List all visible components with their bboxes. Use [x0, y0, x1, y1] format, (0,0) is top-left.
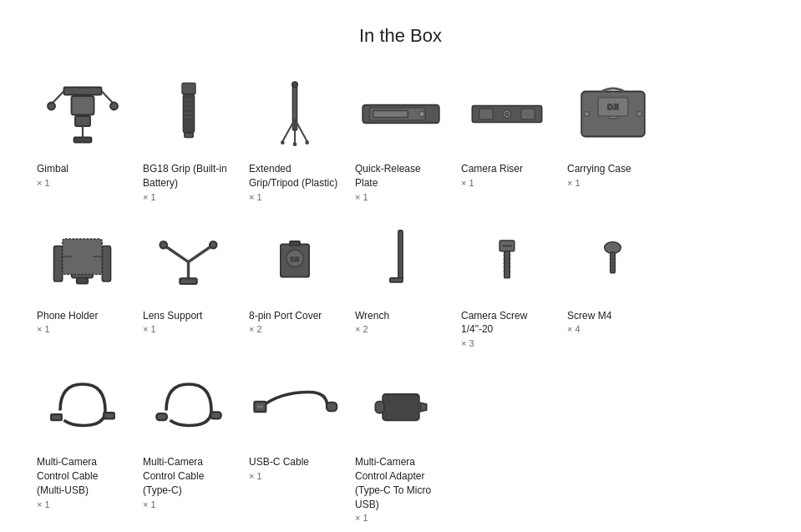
svg-rect-38	[584, 111, 588, 115]
svg-rect-5	[71, 96, 94, 115]
svg-rect-79	[256, 405, 264, 409]
item-qty-gimbal: × 1	[37, 178, 50, 188]
svg-rect-81	[383, 393, 419, 420]
item-spacer3	[458, 365, 555, 523]
item-image-bg18-grip	[143, 72, 234, 155]
item-image-cable-type-c	[143, 365, 234, 448]
item-qty-cable-type-c: × 1	[143, 499, 156, 509]
item-spacer1	[670, 72, 768, 202]
svg-rect-8	[74, 138, 91, 143]
item-spacer2	[670, 219, 768, 349]
svg-point-22	[281, 141, 283, 144]
item-image-usb-c-cable	[249, 365, 340, 448]
svg-rect-46	[77, 278, 89, 284]
svg-rect-6	[75, 116, 90, 126]
item-name-phone-holder: Phone Holder	[37, 309, 98, 323]
item-qty-wrench: × 2	[355, 324, 368, 334]
item-name-quick-release-plate: Quick-Release Plate	[355, 162, 446, 190]
item-qty-camera-screw: × 3	[461, 338, 474, 348]
item-image-wrench	[355, 219, 446, 302]
svg-point-50	[160, 241, 168, 249]
svg-point-27	[418, 111, 424, 117]
svg-line-49	[189, 246, 211, 262]
svg-text:DJI: DJI	[290, 256, 298, 261]
item-adapter: Multi-Camera Control Adapter (Type-C To …	[352, 365, 449, 523]
item-name-usb-c-cable: USB-C Cable	[249, 455, 309, 469]
item-name-cable-type-c: Multi-Camera Control Cable (Type-C)	[143, 455, 234, 497]
item-qty-phone-holder: × 1	[37, 324, 50, 334]
svg-rect-16	[184, 133, 193, 137]
item-spacer5	[670, 365, 768, 523]
page-container: In the Box	[0, 0, 801, 532]
item-image-extended-grip	[249, 72, 340, 155]
svg-point-51	[210, 241, 217, 249]
item-usb-c-cable: USB-C Cable × 1	[246, 365, 343, 523]
svg-rect-74	[51, 414, 62, 420]
item-qty-bg18-grip: × 1	[143, 192, 156, 202]
item-qty-cable-multi-usb: × 1	[37, 499, 50, 509]
item-name-camera-riser: Camera Riser	[461, 162, 523, 176]
item-image-8pin-cover: DJI	[249, 219, 340, 302]
item-image-lens-support	[143, 219, 234, 302]
item-name-adapter: Multi-Camera Control Adapter (Type-C To …	[355, 455, 446, 511]
svg-rect-42	[102, 246, 110, 282]
item-qty-adapter: × 1	[355, 513, 368, 523]
item-name-camera-screw: Camera Screw 1/4"-20	[461, 309, 552, 337]
item-image-camera-screw	[461, 219, 552, 302]
item-qty-usb-c-cable: × 1	[249, 471, 262, 481]
svg-point-4	[110, 103, 118, 110]
item-lens-support: Lens Support × 1	[139, 219, 237, 349]
svg-rect-9	[182, 83, 195, 94]
svg-point-23	[306, 141, 308, 144]
item-name-wrench: Wrench	[355, 309, 389, 323]
page-title: In the Box	[33, 25, 768, 47]
item-camera-riser: Camera Riser × 1	[458, 72, 555, 202]
item-image-phone-holder	[37, 219, 128, 302]
item-quick-release-plate: Quick-Release Plate × 1	[352, 72, 449, 202]
item-name-extended-grip: Extended Grip/Tripod (Plastic)	[249, 162, 340, 190]
svg-rect-82	[375, 401, 384, 413]
item-qty-carrying-case: × 1	[567, 178, 580, 188]
item-name-lens-support: Lens Support	[143, 309, 202, 323]
svg-text:DJI: DJI	[607, 103, 619, 111]
item-wrench: Wrench × 2	[352, 219, 449, 349]
svg-rect-77	[210, 412, 221, 418]
item-image-screw-m4	[567, 219, 658, 302]
item-phone-holder: Phone Holder × 1	[33, 219, 131, 349]
item-image-quick-release-plate	[355, 72, 446, 155]
item-spacer4	[564, 365, 662, 523]
item-qty-lens-support: × 1	[143, 324, 156, 334]
item-qty-quick-release-plate: × 1	[355, 192, 368, 202]
svg-rect-58	[390, 278, 403, 282]
svg-line-48	[165, 246, 188, 262]
svg-rect-56	[290, 241, 300, 245]
item-qty-8pin-cover: × 2	[249, 324, 262, 334]
svg-rect-80	[327, 403, 337, 412]
item-qty-camera-riser: × 1	[461, 178, 474, 188]
item-name-screw-m4: Screw M4	[567, 309, 611, 323]
item-carrying-case: DJI Carrying Case × 1	[564, 72, 662, 202]
item-image-adapter	[355, 365, 446, 448]
svg-rect-75	[104, 413, 114, 418]
item-name-8pin-cover: 8-pin Port Cover	[249, 309, 322, 323]
item-screw-m4: Screw M4 × 4	[564, 219, 662, 349]
svg-rect-41	[54, 246, 63, 282]
svg-rect-57	[398, 231, 403, 281]
item-image-carrying-case: DJI	[567, 72, 658, 155]
svg-rect-0	[63, 88, 101, 95]
svg-point-18	[292, 82, 297, 88]
item-image-gimbal	[37, 72, 128, 155]
item-image-camera-riser	[461, 72, 552, 155]
svg-point-24	[293, 143, 296, 145]
item-qty-extended-grip: × 1	[249, 192, 262, 202]
item-gimbal: Gimbal × 1	[33, 72, 131, 202]
item-qty-screw-m4: × 4	[567, 324, 580, 334]
item-extended-grip: Extended Grip/Tripod (Plastic) × 1	[246, 72, 343, 202]
item-name-carrying-case: Carrying Case	[567, 162, 631, 176]
items-grid: Gimbal × 1	[33, 72, 768, 523]
svg-rect-28	[373, 110, 408, 117]
item-bg18-grip: BG18 Grip (Built-in Battery) × 1	[139, 72, 237, 202]
item-name-cable-multi-usb: Multi-Camera Control Cable (Multi-USB)	[37, 455, 128, 497]
item-camera-screw: Camera Screw 1/4"-20 × 3	[458, 219, 555, 349]
svg-point-2	[48, 103, 55, 110]
